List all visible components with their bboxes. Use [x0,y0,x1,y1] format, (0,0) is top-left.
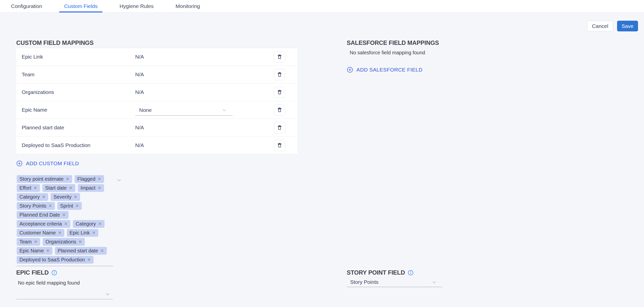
field-chip[interactable]: Epic Name✕ [17,247,52,255]
field-chip[interactable]: Story Points✕ [17,202,55,210]
remove-icon[interactable]: ✕ [58,230,62,236]
cancel-button[interactable]: Cancel [587,21,613,31]
salesforce-field-mappings-section: SALESFORCE FIELD MAPPINGS No salesforce … [347,39,636,74]
salesforce-empty-message: No salesforce field mapping found [347,50,636,55]
chevron-down-icon [431,279,437,285]
trash-icon [276,71,282,77]
field-chip[interactable]: Planned start date✕ [55,247,107,255]
field-chip[interactable]: Start date✕ [42,184,75,192]
field-value: N/A [135,142,274,148]
chip-label: Severity [54,194,71,200]
action-buttons: Cancel Save [587,21,638,31]
tab-hygiene-rules[interactable]: Hygiene Rules [114,0,159,12]
remove-icon[interactable]: ✕ [42,194,46,200]
remove-icon[interactable]: ✕ [98,185,101,191]
chip-label: Deployed to SaaS Production [20,257,85,263]
custom-field-mappings-section: CUSTOM FIELD MAPPINGS Epic Link N/A Team… [16,39,297,266]
add-salesforce-field-label: ADD SALESFORCE FIELD [356,67,422,73]
custom-fields-multiselect[interactable]: Story point estimate✕ Flagged✕ Effort✕ S… [17,175,113,266]
delete-field-button[interactable] [274,122,285,133]
remove-icon[interactable]: ✕ [87,257,90,262]
remove-icon[interactable]: ✕ [49,203,52,209]
remove-icon[interactable]: ✕ [74,194,77,200]
chip-label: Category [20,194,40,200]
field-chip[interactable]: Organizations✕ [43,238,85,246]
field-chip[interactable]: Sprint✕ [57,202,82,210]
story-point-field-select[interactable]: Story Points [347,277,442,287]
field-chip[interactable]: Category✕ [73,220,104,228]
chip-label: Organizations [46,239,76,245]
remove-icon[interactable]: ✕ [100,248,104,254]
table-row: Team N/A [16,66,297,83]
chip-label: Planned start date [58,248,98,254]
chevron-down-icon [222,107,227,113]
trash-icon [276,54,282,60]
field-chip[interactable]: Epic Link✕ [67,229,98,237]
field-chip[interactable]: Planned End Date✕ [17,211,68,219]
field-name: Planned start date [22,125,135,131]
field-chip[interactable]: Severity✕ [51,193,80,201]
field-chip[interactable]: Category✕ [17,193,48,201]
story-point-field-section: STORY POINT FIELD Story Points [347,269,442,287]
epic-field-title: EPIC FIELD [16,269,49,276]
field-chip[interactable]: Team✕ [17,238,40,246]
epic-field-empty-message: No epic field mapping found [16,280,113,286]
delete-field-button[interactable] [274,104,285,116]
delete-field-button[interactable] [274,140,285,151]
field-chip[interactable]: Acceptance criteria✕ [17,220,70,228]
field-value: N/A [135,125,274,131]
chip-label: Story Points [20,203,46,209]
field-chip[interactable]: Story point estimate✕ [17,175,72,183]
field-name: Epic Link [22,54,135,60]
chip-label: Story point estimate [20,176,64,182]
chip-label: Customer Name [20,230,56,236]
remove-icon[interactable]: ✕ [78,239,82,245]
epic-name-mapping-select[interactable]: None [135,105,232,116]
remove-icon[interactable]: ✕ [64,221,68,227]
save-button[interactable]: Save [617,21,638,31]
chip-label: Category [76,221,96,227]
info-icon[interactable] [408,270,414,276]
remove-icon[interactable]: ✕ [75,203,79,209]
remove-icon[interactable]: ✕ [98,176,101,182]
trash-icon [276,89,282,95]
tab-monitoring[interactable]: Monitoring [170,0,205,12]
remove-icon[interactable]: ✕ [62,212,66,218]
tab-configuration[interactable]: Configuration [6,0,47,12]
chip-label: Epic Link [70,230,90,236]
trash-icon [276,142,282,148]
field-name: Team [22,71,135,77]
chip-label: Planned End Date [20,212,60,218]
table-row: Epic Name None [16,101,297,119]
add-salesforce-field-button[interactable]: ADD SALESFORCE FIELD [347,66,422,73]
tab-custom-fields[interactable]: Custom Fields [59,0,102,12]
epic-field-select[interactable] [16,289,113,299]
add-custom-field-button[interactable]: ADD CUSTOM FIELD [16,160,79,167]
chip-label: Team [20,239,32,245]
remove-icon[interactable]: ✕ [34,239,38,245]
chip-label: Start date [45,185,67,191]
salesforce-field-mappings-title: SALESFORCE FIELD MAPPINGS [347,39,636,46]
chevron-down-icon [104,291,111,297]
tab-bar: Configuration Custom Fields Hygiene Rule… [0,0,644,12]
field-chip[interactable]: Customer Name✕ [17,229,64,237]
remove-icon[interactable]: ✕ [34,185,37,191]
delete-field-button[interactable] [274,69,285,80]
remove-icon[interactable]: ✕ [98,221,102,227]
remove-icon[interactable]: ✕ [92,230,96,236]
field-chip[interactable]: Flagged✕ [74,175,104,183]
info-icon[interactable] [51,270,57,276]
chevron-down-icon[interactable] [116,177,122,183]
chip-label: Effort [20,185,31,191]
remove-icon[interactable]: ✕ [46,248,50,254]
field-chip[interactable]: Impact✕ [78,184,104,192]
delete-field-button[interactable] [274,87,285,98]
delete-field-button[interactable] [274,51,285,62]
field-chip[interactable]: Effort✕ [17,184,40,192]
chip-label: Sprint [60,203,73,209]
trash-icon [276,107,282,113]
chip-label: Acceptance criteria [20,221,62,227]
remove-icon[interactable]: ✕ [66,176,69,182]
remove-icon[interactable]: ✕ [69,185,72,191]
field-chip[interactable]: Deployed to SaaS Production✕ [17,256,94,264]
